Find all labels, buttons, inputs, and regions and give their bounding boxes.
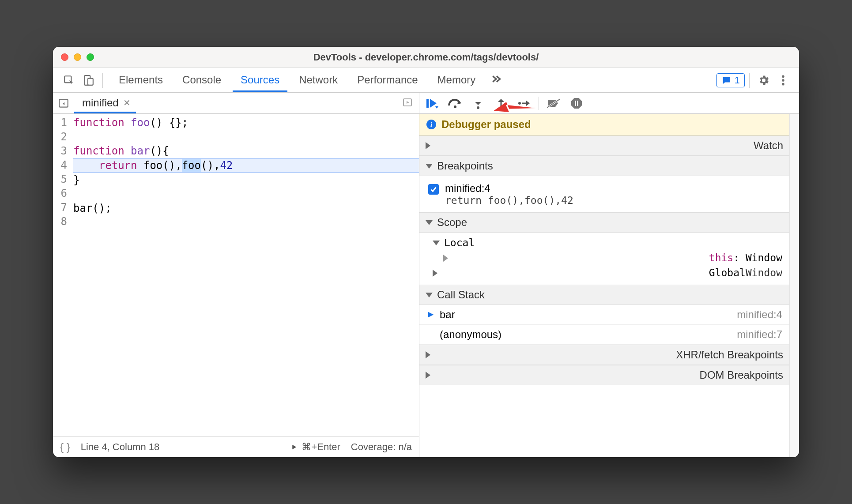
- tab-more-icon[interactable]: [487, 68, 505, 92]
- status-bar: { } Line 4, Column 18 ⌘+Enter Coverage: …: [53, 436, 419, 457]
- breakpoint-item[interactable]: minified:4 return foo(),foo(),42: [426, 180, 782, 209]
- line-gutter: 1 2 3 4 5 6 7 8: [53, 114, 71, 436]
- chevron-right-icon: [433, 270, 705, 277]
- coverage-status: Coverage: n/a: [351, 441, 412, 453]
- top-toolbar: Elements Console Sources Network Perform…: [53, 68, 799, 93]
- sources-left-pane: minified ✕ 1 2 3 4 5 6 7 8 function foo(…: [53, 93, 419, 457]
- svg-point-5: [782, 83, 784, 85]
- file-tab-bar: minified ✕: [53, 93, 419, 114]
- call-frame[interactable]: (anonymous) minified:7: [419, 325, 789, 345]
- debugger-toolbar: [419, 93, 799, 114]
- device-toggle-icon[interactable]: [79, 71, 98, 90]
- tab-elements[interactable]: Elements: [111, 68, 171, 92]
- devtools-window: DevTools - developer.chrome.com/tags/dev…: [53, 47, 799, 457]
- deactivate-breakpoints-icon[interactable]: [545, 95, 562, 112]
- svg-point-13: [518, 102, 521, 105]
- step-into-icon[interactable]: [470, 95, 486, 112]
- pause-on-exceptions-icon[interactable]: [568, 95, 585, 112]
- tab-console[interactable]: Console: [174, 68, 229, 92]
- section-breakpoints[interactable]: Breakpoints: [419, 156, 789, 176]
- close-file-icon[interactable]: ✕: [123, 98, 131, 108]
- svg-rect-8: [426, 99, 429, 108]
- section-dom-breakpoints[interactable]: DOM Breakpoints: [419, 365, 789, 385]
- section-watch[interactable]: Watch: [419, 135, 789, 156]
- chevron-right-icon: [426, 142, 749, 149]
- issues-badge[interactable]: 1: [716, 73, 745, 87]
- scrollbar[interactable]: [789, 114, 799, 457]
- run-hint: ⌘+Enter: [290, 441, 340, 453]
- svg-rect-2: [88, 78, 93, 85]
- svg-rect-11: [501, 101, 502, 106]
- scope-body: Local this: Window Global Window: [419, 233, 789, 285]
- breakpoint-snippet: return foo(),foo(),42: [445, 195, 573, 206]
- svg-point-12: [500, 106, 502, 109]
- callstack-body: bar minified:4 (anonymous) minified:7: [419, 305, 789, 345]
- step-out-icon[interactable]: [493, 95, 509, 112]
- inspect-icon[interactable]: [59, 71, 79, 90]
- run-snippet-icon[interactable]: [402, 97, 413, 109]
- code-editor[interactable]: 1 2 3 4 5 6 7 8 function foo() {}; funct…: [53, 114, 419, 436]
- divider: [102, 73, 103, 88]
- section-xhr-breakpoints[interactable]: XHR/fetch Breakpoints: [419, 345, 789, 365]
- debugger-panels: i Debugger paused Watch Breakpoints: [419, 114, 789, 457]
- scope-local[interactable]: Local: [426, 235, 782, 250]
- pretty-print-icon[interactable]: { }: [60, 441, 70, 453]
- tab-memory[interactable]: Memory: [430, 68, 484, 92]
- divider: [749, 73, 750, 88]
- tab-sources[interactable]: Sources: [233, 68, 287, 92]
- tab-network[interactable]: Network: [291, 68, 346, 92]
- chevron-down-icon: [426, 164, 433, 169]
- current-frame-icon: [426, 311, 435, 319]
- svg-rect-14: [575, 101, 576, 106]
- navigator-toggle-icon[interactable]: [53, 98, 74, 109]
- panel-tabs: Elements Console Sources Network Perform…: [111, 68, 505, 92]
- info-icon: i: [426, 120, 436, 129]
- chevron-right-icon: [426, 372, 695, 379]
- section-scope[interactable]: Scope: [419, 212, 789, 233]
- svg-point-3: [782, 75, 784, 78]
- debugger-paused-banner: i Debugger paused: [419, 114, 789, 135]
- tab-performance[interactable]: Performance: [349, 68, 426, 92]
- svg-point-9: [454, 105, 456, 108]
- chevron-down-icon: [426, 293, 433, 297]
- file-tab-minified[interactable]: minified ✕: [74, 93, 136, 113]
- cursor-position: Line 4, Column 18: [81, 441, 160, 453]
- breakpoints-body: minified:4 return foo(),foo(),42: [419, 176, 789, 212]
- svg-point-10: [477, 106, 479, 109]
- title-bar: DevTools - developer.chrome.com/tags/dev…: [53, 47, 799, 68]
- code-content[interactable]: function foo() {}; function bar(){ retur…: [71, 114, 419, 436]
- step-icon[interactable]: [516, 95, 532, 112]
- resume-icon[interactable]: [424, 95, 441, 112]
- scope-this[interactable]: this: Window: [426, 250, 782, 265]
- svg-point-4: [782, 79, 784, 82]
- file-name: minified: [82, 97, 119, 109]
- gear-icon[interactable]: [754, 71, 773, 90]
- divider: [539, 97, 539, 110]
- call-frame[interactable]: bar minified:4: [419, 305, 789, 325]
- svg-rect-15: [577, 101, 578, 106]
- breakpoint-checkbox[interactable]: [428, 184, 439, 195]
- scope-global[interactable]: Global Window: [426, 265, 782, 280]
- chevron-right-icon: [443, 255, 705, 262]
- debugger-pane: i Debugger paused Watch Breakpoints: [419, 93, 799, 457]
- chevron-down-icon: [426, 220, 433, 225]
- step-over-icon[interactable]: [447, 95, 464, 112]
- issues-count: 1: [735, 75, 740, 86]
- chevron-right-icon: [426, 351, 671, 358]
- kebab-menu-icon[interactable]: [773, 71, 793, 90]
- section-callstack[interactable]: Call Stack: [419, 285, 789, 305]
- window-title: DevTools - developer.chrome.com/tags/dev…: [53, 52, 799, 63]
- breakpoint-title: minified:4: [445, 182, 573, 195]
- chevron-down-icon: [433, 241, 440, 245]
